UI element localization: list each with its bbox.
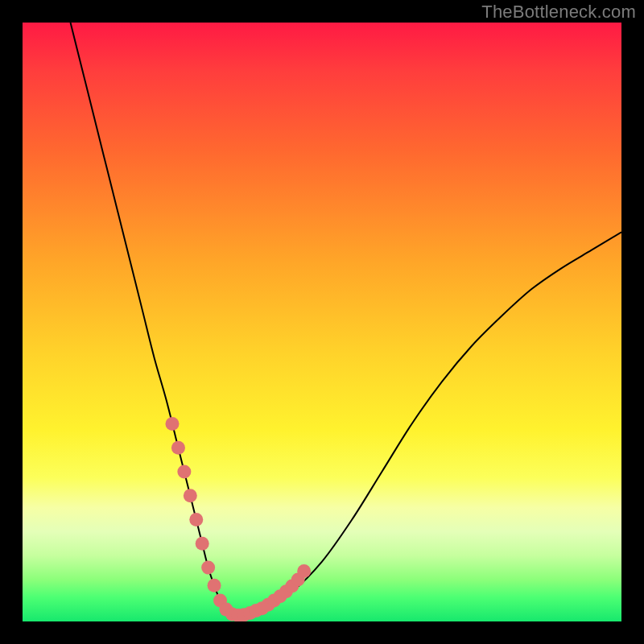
plot-area [23,23,621,621]
highlight-marker [166,417,180,431]
highlight-marker [184,489,197,502]
watermark-text: TheBottleneck.com [481,2,636,23]
chart-frame: TheBottleneck.com [0,0,644,644]
marker-group [166,417,312,621]
highlight-marker [177,465,191,479]
highlight-marker [171,441,185,455]
highlight-marker [297,564,311,578]
bottleneck-curve [71,23,621,616]
highlight-marker [201,561,215,575]
curve-svg [23,23,621,621]
highlight-marker [196,537,209,551]
highlight-marker [208,579,221,592]
highlight-marker [189,513,203,526]
